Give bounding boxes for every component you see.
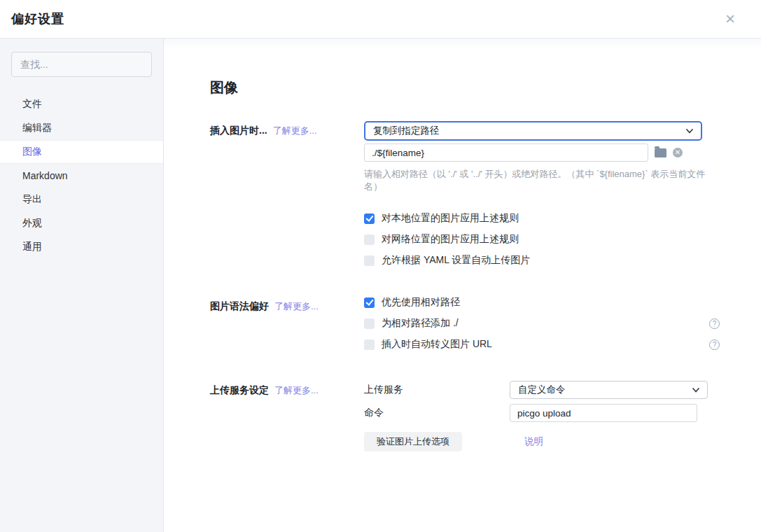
copy-path-input[interactable]	[364, 144, 648, 162]
checkbox-label: 对本地位置的图片应用上述规则	[382, 212, 519, 225]
command-field-label: 命令	[364, 407, 510, 419]
checkbox-label: 为相对路径添加 ./	[382, 317, 459, 330]
help-icon[interactable]: ?	[709, 340, 720, 350]
prefer-relative-path-checkbox[interactable]	[364, 298, 375, 308]
folder-browse-icon[interactable]	[655, 148, 666, 158]
sidebar-item-markdown[interactable]: Markdown	[0, 164, 163, 188]
sidebar-item-appearance[interactable]: 外观	[0, 211, 163, 235]
validate-row: 验证图片上传选项 说明	[364, 427, 720, 451]
settings-sidebar: 文件 编辑器 图像 Markdown 导出 外观 通用	[0, 38, 164, 532]
insert-image-label: 插入图片时...	[210, 125, 267, 136]
local-images-checkbox[interactable]	[364, 214, 375, 224]
upload-service-select-value: 自定义命令	[518, 384, 566, 396]
dialog-header: 偏好设置 ×	[0, 0, 761, 38]
search-input[interactable]	[20, 59, 143, 70]
upload-service-label: 上传服务设定	[210, 384, 269, 396]
close-icon[interactable]: ×	[720, 9, 740, 29]
yaml-upload-checkbox[interactable]	[364, 255, 375, 266]
clear-path-icon[interactable]: ✕	[673, 148, 683, 158]
path-hint-text: 请输入相对路径（以 './' 或 '../' 开头）或绝对路径。（其中 `${f…	[364, 168, 720, 193]
upload-service-row: 上传服务 自定义命令	[364, 381, 720, 399]
chevron-down-icon	[692, 386, 700, 394]
insert-action-select[interactable]: 复制到指定路径	[364, 121, 702, 141]
checkbox-row-escape-url: 插入时自动转义图片 URL ?	[364, 339, 720, 350]
upload-learn-more-link[interactable]: 了解更多...	[274, 385, 319, 396]
checkbox-label: 优先使用相对路径	[382, 296, 460, 309]
escape-url-checkbox[interactable]	[364, 340, 375, 350]
add-dot-slash-checkbox[interactable]	[364, 318, 375, 329]
checkbox-label: 允许根据 YAML 设置自动上传图片	[382, 254, 530, 267]
insert-action-select-value: 复制到指定路径	[373, 125, 440, 137]
upload-service-select[interactable]: 自定义命令	[510, 381, 708, 399]
insert-image-section: 插入图片时...了解更多... 复制到指定路径 ✕ 请输入相对路径（以 './'…	[210, 121, 761, 266]
command-input[interactable]	[510, 404, 697, 422]
checkbox-label: 插入时自动转义图片 URL	[382, 338, 492, 351]
service-field-label: 上传服务	[364, 384, 510, 396]
insert-learn-more-link[interactable]: 了解更多...	[273, 125, 317, 136]
checkbox-label: 对网络位置的图片应用上述规则	[382, 233, 519, 246]
syntax-learn-more-link[interactable]: 了解更多...	[274, 301, 319, 312]
sidebar-search	[11, 52, 152, 77]
settings-panel-image: 图像 插入图片时...了解更多... 复制到指定路径 ✕ 请输入相对路径（以	[164, 38, 761, 532]
help-icon[interactable]: ?	[709, 318, 720, 329]
checkbox-row-network-images: 对网络位置的图片应用上述规则	[364, 234, 720, 245]
sidebar-item-editor[interactable]: 编辑器	[0, 116, 163, 140]
dialog-title: 偏好设置	[11, 10, 64, 27]
checkbox-row-add-dot-slash: 为相对路径添加 ./ ?	[364, 318, 720, 329]
instructions-link[interactable]: 说明	[524, 435, 543, 448]
checkbox-row-relative-path: 优先使用相对路径	[364, 297, 720, 308]
chevron-down-icon	[685, 127, 694, 135]
network-images-checkbox[interactable]	[364, 234, 375, 245]
checkbox-row-local-images: 对本地位置的图片应用上述规则	[364, 213, 720, 224]
command-row: 命令	[364, 404, 720, 422]
sidebar-item-export[interactable]: 导出	[0, 188, 163, 211]
image-syntax-label: 图片语法偏好	[210, 300, 269, 312]
upload-service-section: 上传服务设定了解更多... 上传服务 自定义命令 命令	[210, 381, 761, 451]
sidebar-item-image[interactable]: 图像	[0, 140, 163, 164]
checkbox-row-yaml-upload: 允许根据 YAML 设置自动上传图片	[364, 255, 720, 266]
validate-upload-button[interactable]: 验证图片上传选项	[364, 432, 462, 451]
image-syntax-section: 图片语法偏好了解更多... 优先使用相对路径 为相对路径添加 ./ ?	[210, 297, 761, 350]
sidebar-item-file[interactable]: 文件	[0, 92, 163, 116]
sidebar-item-general[interactable]: 通用	[0, 235, 163, 259]
page-title: 图像	[210, 78, 761, 97]
